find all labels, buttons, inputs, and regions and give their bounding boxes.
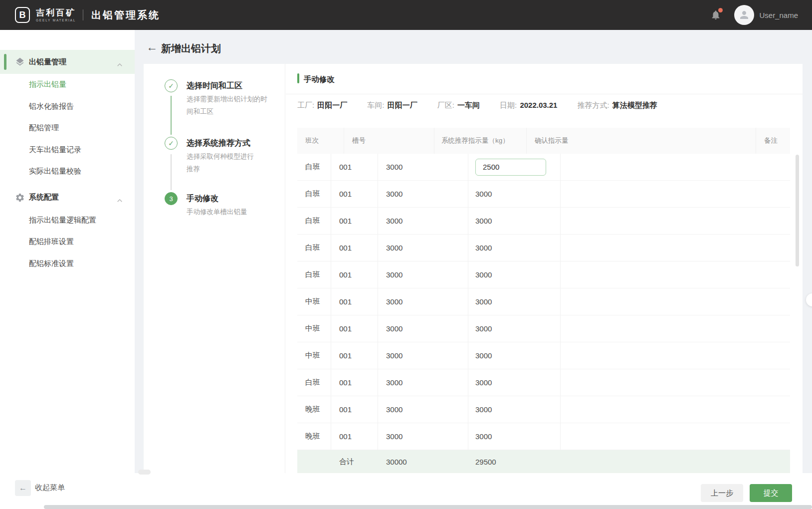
sidebar-item-label: 铝水化验报告 (29, 102, 74, 111)
step-title: 选择时间和工区 (187, 81, 242, 91)
back-arrow-icon[interactable]: ← (146, 40, 158, 54)
notification-bell-icon[interactable] (710, 9, 721, 20)
avatar[interactable] (734, 5, 754, 25)
collapse-menu-label[interactable]: 收起菜单 (35, 483, 65, 493)
info-item: 工厂: 田阳一厂 (297, 101, 347, 110)
sidebar-item[interactable]: 天车出铝量记录 (0, 139, 135, 161)
shift-cell: 晚班 (297, 423, 331, 450)
step-circle-icon (165, 137, 178, 150)
table-scrollbar-thumb[interactable] (796, 155, 799, 266)
sidebar: 出铝量管理 指示出铝量 铝水化验报告 配铝管理 天车出铝量记录 实际出铝量校验 (0, 30, 135, 473)
info-value: 田阳一厂 (317, 101, 347, 109)
slot-cell: 001 (331, 235, 378, 261)
summary-label: 合计 (331, 450, 378, 473)
table-header-row: 班次 槽号 系统推荐指示量（kg） 确认指示量 备注 (297, 128, 790, 154)
slot-cell: 001 (331, 369, 378, 396)
user-name[interactable]: User_name (759, 11, 798, 19)
sidebar-item[interactable]: 配铝标准设置 (0, 253, 135, 275)
table-row: 白班 001 3000 3000 (297, 235, 790, 261)
window-horizontal-scrollbar[interactable] (44, 505, 812, 509)
summary-empty-cell (297, 450, 331, 473)
step-description: 选择采取何种模型进行 推荐 (187, 150, 286, 175)
step-connector (171, 154, 172, 190)
remark-cell (561, 396, 790, 423)
sidebar-item-label: 实际出铝量校验 (29, 167, 81, 176)
table-row: 中班 001 3000 3000 (297, 288, 790, 315)
confirmed-value: 3000 (475, 217, 492, 225)
confirmed-value: 3000 (475, 190, 492, 198)
check-icon (168, 139, 174, 147)
shift-cell: 白班 (297, 369, 331, 396)
previous-step-button[interactable]: 上一步 (701, 484, 743, 502)
shift-cell: 白班 (297, 181, 331, 207)
recommended-cell: 3000 (378, 423, 468, 450)
slot-cell: 001 (331, 208, 378, 234)
page-title: 新增出铝计划 (161, 42, 221, 55)
remark-cell (561, 208, 790, 234)
chevron-up-icon (117, 196, 123, 205)
sidebar-item[interactable]: 配铝排班设置 (0, 231, 135, 253)
remark-cell (561, 342, 790, 369)
steps-panel: 选择时间和工区 选择需要新增出铝计划的时 间和工区 选择系统推荐方式 选择采取何… (144, 64, 285, 473)
table-row: 中班 001 3000 3000 (297, 315, 790, 342)
brand-block: 吉利百矿 GEELY MATERIAL (36, 8, 76, 22)
confirmed-cell: 3000 (468, 342, 561, 369)
recommended-cell: 3000 (378, 369, 468, 396)
sidebar-item[interactable]: 指示出铝量逻辑配置 (0, 210, 135, 232)
recommended-cell: 3000 (378, 315, 468, 342)
sidebar-section-system-config[interactable]: 系统配置 (0, 186, 135, 210)
confirmed-value: 3000 (475, 297, 492, 306)
confirmed-amount-input[interactable] (475, 159, 546, 176)
shift-cell: 白班 (297, 154, 331, 180)
table-header-cell: 槽号 (344, 128, 434, 154)
chevron-up-icon (117, 60, 123, 69)
table-row: 白班 001 3000 3000 (297, 208, 790, 235)
sidebar-item-label: 指示出铝量逻辑配置 (29, 216, 96, 225)
info-item: 厂区: 一车间 (437, 101, 480, 110)
content-card: 选择时间和工区 选择需要新增出铝计划的时 间和工区 选择系统推荐方式 选择采取何… (144, 64, 803, 473)
info-label: 厂区: (437, 101, 454, 109)
info-label: 日期: (500, 101, 517, 109)
brand-name-en: GEELY MATERIAL (36, 18, 76, 22)
recommended-cell: 3000 (378, 235, 468, 261)
info-item: 车间: 田阳一厂 (367, 101, 417, 110)
remark-cell (561, 423, 790, 450)
confirmed-value: 3000 (475, 378, 492, 387)
confirmed-value: 3000 (475, 270, 492, 279)
confirmed-cell: 3000 (468, 288, 561, 315)
collapse-menu-button[interactable]: ← (15, 480, 31, 496)
sidebar-item[interactable]: 铝水化验报告 (0, 96, 135, 118)
confirmed-cell: 3000 (468, 423, 561, 450)
sidebar-item-label: 配铝排班设置 (29, 237, 74, 247)
confirmed-value: 3000 (475, 351, 492, 360)
step-connector (171, 96, 172, 135)
recommended-cell: 3000 (378, 154, 468, 180)
sidebar-section-aluminum-output[interactable]: 出铝量管理 (0, 50, 135, 74)
shift-cell: 中班 (297, 288, 331, 315)
slot-cell: 001 (331, 181, 378, 207)
confirmed-cell: 3000 (468, 261, 561, 288)
step-circle-icon: 3 (165, 192, 178, 205)
sidebar-item[interactable]: 实际出铝量校验 (0, 161, 135, 183)
submit-button[interactable]: 提交 (750, 484, 792, 502)
confirmed-cell: 3000 (468, 315, 561, 342)
remark-cell (561, 261, 790, 288)
plan-table: 班次 槽号 系统推荐指示量（kg） 确认指示量 备注 白班 001 3000 (297, 128, 790, 473)
info-label: 车间: (367, 101, 384, 109)
step-title: 手动修改 (187, 194, 218, 204)
plan-info-row: 工厂: 田阳一厂 车间: 田阳一厂 厂区: 一车间 日期: 2022.03.21… (297, 101, 657, 110)
sidebar-item[interactable]: 配铝管理 (0, 117, 135, 139)
shift-cell: 白班 (297, 261, 331, 288)
confirmed-cell (468, 154, 561, 180)
info-item: 推荐方式: 算法模型推荐 (577, 101, 657, 110)
summary-confirmed-total: 29500 (468, 450, 561, 473)
floating-widget[interactable] (806, 293, 812, 306)
table-row: 白班 001 3000 3000 (297, 369, 790, 396)
slot-cell: 001 (331, 396, 378, 423)
recommended-cell: 3000 (378, 261, 468, 288)
recommended-cell: 3000 (378, 181, 468, 207)
sidebar-item[interactable]: 指示出铝量 (0, 74, 135, 96)
step-circle-icon (165, 79, 178, 92)
brand-divider (83, 9, 83, 20)
info-value: 田阳一厂 (388, 101, 417, 109)
